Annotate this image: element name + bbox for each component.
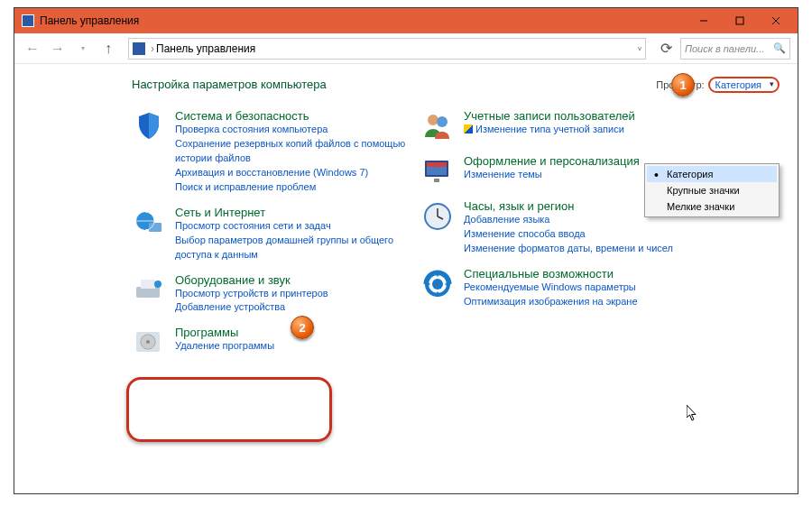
category-link[interactable]: Оптимизация изображения на экране [464, 295, 709, 309]
annotation-marker-2: 2 [291, 316, 314, 339]
category-title[interactable]: Учетные записи пользователей [464, 109, 635, 123]
back-button[interactable]: ← [22, 38, 43, 60]
category-link[interactable]: Изменение типа учетной записи [464, 123, 709, 137]
svg-rect-7 [141, 280, 155, 289]
close-button[interactable] [758, 8, 794, 33]
control-panel-icon [22, 14, 34, 27]
monitor-icon [420, 154, 455, 189]
window-title: Панель управления [40, 14, 686, 27]
chevron-right-icon: › [151, 42, 154, 55]
category-link[interactable]: Поиск и исправление проблем [175, 180, 420, 195]
category-system: Система и безопасность Проверка состояни… [132, 109, 420, 195]
minimize-button[interactable] [686, 8, 722, 33]
category-link[interactable]: Изменение форматов даты, времени и чисел [464, 242, 709, 256]
up-button[interactable]: ↑ [97, 38, 119, 60]
svg-point-13 [428, 115, 438, 125]
users-icon [420, 109, 455, 143]
category-link[interactable]: Добавление устройства [175, 300, 420, 315]
view-dropdown: Категория Крупные значки Мелкие значки [644, 163, 780, 217]
category-accessibility: Специальные возможности Рекомендуемые Wi… [420, 267, 709, 309]
category-link[interactable]: Просмотр состояния сети и задач [175, 219, 420, 234]
svg-rect-1 [736, 17, 743, 24]
annotation-marker-1: 1 [671, 73, 695, 97]
refresh-button[interactable]: ⟳ [655, 38, 677, 60]
category-link[interactable]: Изменение способа ввода [464, 227, 709, 242]
search-input[interactable]: Поиск в панели... 🔍 [680, 38, 790, 60]
forward-button[interactable]: → [47, 38, 69, 60]
clock-icon [420, 199, 455, 234]
category-title[interactable]: Оборудование и звук [175, 273, 291, 287]
svg-point-14 [437, 116, 448, 127]
programs-icon [132, 326, 166, 360]
category-programs: Программы Удаление программы [132, 326, 420, 360]
right-column: Учетные записи пользователей Изменение т… [420, 109, 709, 371]
category-title[interactable]: Сеть и Интернет [175, 206, 265, 219]
addressbar-icon [133, 42, 145, 55]
svg-rect-17 [427, 162, 447, 167]
category-link[interactable]: Сохранение резервных копий файлов с помо… [175, 137, 420, 166]
category-accounts: Учетные записи пользователей Изменение т… [420, 109, 709, 143]
category-link[interactable]: Выбор параметров домашней группы и общег… [175, 234, 420, 262]
category-link[interactable]: Удаление программы [175, 339, 420, 354]
shield-icon [132, 109, 166, 143]
dropdown-item-category[interactable]: Категория [647, 166, 777, 182]
svg-point-8 [154, 281, 161, 288]
category-link[interactable]: Проверка состояния компьютера [175, 123, 420, 137]
breadcrumb[interactable]: Панель управления [156, 42, 255, 55]
svg-rect-18 [434, 179, 439, 182]
annotation-highlight [126, 377, 332, 442]
category-link[interactable]: Рекомендуемые Windows параметры [464, 281, 709, 295]
dropdown-item-large[interactable]: Крупные значки [647, 182, 777, 198]
category-hardware: Оборудование и звук Просмотр устройств и… [132, 273, 420, 316]
titlebar: Панель управления [14, 8, 798, 33]
category-title[interactable]: Программы [175, 326, 238, 339]
category-title[interactable]: Система и безопасность [175, 109, 309, 123]
page-title: Настройка параметров компьютера [132, 78, 656, 91]
navbar: ← → ▾ ↑ › Панель управления v ⟳ Поиск в … [14, 33, 798, 64]
svg-rect-5 [149, 223, 161, 232]
category-link[interactable]: Архивация и восстановление (Windows 7) [175, 166, 420, 180]
cursor-icon [687, 405, 699, 425]
view-button[interactable]: Категория [708, 77, 780, 93]
category-title[interactable]: Часы, язык и регион [464, 199, 574, 213]
history-dropdown[interactable]: ▾ [72, 38, 94, 60]
category-link[interactable]: Просмотр устройств и принтеров [175, 287, 420, 301]
globe-icon [132, 206, 166, 240]
printer-icon [132, 273, 166, 308]
content-area: Настройка параметров компьютера Просмотр… [14, 64, 798, 493]
category-title[interactable]: Специальные возможности [464, 267, 614, 281]
search-placeholder: Поиск в панели... [685, 43, 764, 54]
search-icon: 🔍 [773, 42, 786, 54]
dropdown-item-small[interactable]: Мелкие значки [647, 198, 777, 215]
address-bar[interactable]: › Панель управления v [128, 38, 646, 60]
category-title[interactable]: Оформление и персонализация [464, 154, 640, 168]
svg-point-12 [146, 340, 150, 344]
svg-point-24 [432, 279, 443, 290]
accessibility-icon [420, 267, 455, 301]
window: Панель управления ← → ▾ ↑ › Панель управ… [14, 7, 798, 494]
chevron-down-icon[interactable]: v [638, 44, 641, 52]
left-column: Система и безопасность Проверка состояни… [132, 109, 420, 371]
category-network: Сеть и Интернет Просмотр состояния сети … [132, 206, 420, 262]
maximize-button[interactable] [722, 8, 758, 33]
